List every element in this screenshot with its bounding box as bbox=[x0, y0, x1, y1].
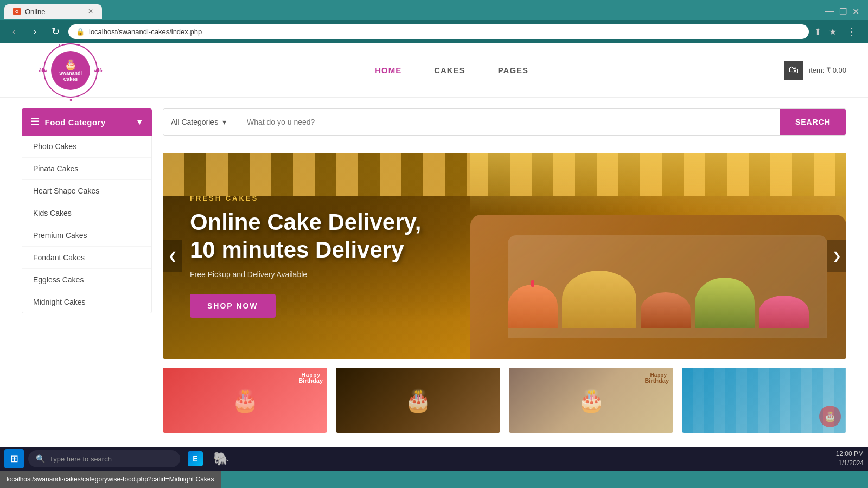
category-item-midnight-cakes[interactable]: Midnight Cakes bbox=[22, 291, 151, 313]
category-item-eggless-cakes[interactable]: Eggless Cakes bbox=[22, 269, 151, 291]
nav-cakes[interactable]: CAKES bbox=[434, 66, 465, 75]
logo-decoration-bottom: ⬥ bbox=[69, 95, 73, 103]
refresh-button[interactable]: ↻ bbox=[48, 24, 63, 39]
nav-home[interactable]: HOME bbox=[375, 66, 401, 75]
hamburger-icon: ☰ bbox=[30, 116, 40, 128]
minimize-button[interactable]: — bbox=[825, 7, 834, 16]
logo-inner: 🎂 Swanandi Cakes bbox=[51, 51, 90, 90]
cart-info: item: ₹ 0.00 bbox=[809, 66, 846, 74]
sidebar: ☰ Food Category ▼ Photo Cakes Pinata Cak… bbox=[22, 108, 152, 477]
taskbar: ⊞ 🔍 Type here to search E 🐘 12:00 PM 1/1… bbox=[0, 447, 868, 471]
logo-text: Swanandi Cakes bbox=[59, 70, 82, 82]
category-item-fondant-cakes[interactable]: Fondant Cakes bbox=[22, 247, 151, 269]
time-display: 12:00 PM bbox=[836, 450, 864, 459]
site-header: · · · ❧ ❧ 🎂 Swanandi Cakes ⬥ bbox=[0, 43, 868, 98]
date-display: 1/1/2024 bbox=[836, 459, 864, 468]
taskbar-search-icon: 🔍 bbox=[36, 454, 45, 463]
hero-tag: FRESH CAKES bbox=[190, 194, 421, 202]
cake-icon: 🎂 bbox=[65, 59, 76, 70]
cart-button[interactable]: 🛍 bbox=[784, 61, 803, 80]
category-item-premium-cakes[interactable]: Premium Cakes bbox=[22, 224, 151, 247]
page-content: · · · ❧ ❧ 🎂 Swanandi Cakes ⬥ bbox=[0, 43, 868, 488]
category-item-photo-cakes[interactable]: Photo Cakes bbox=[22, 136, 151, 158]
hero-next-arrow[interactable]: ❯ bbox=[827, 240, 846, 272]
search-input[interactable] bbox=[239, 109, 780, 135]
back-button[interactable]: ‹ bbox=[7, 24, 22, 39]
hero-prev-arrow[interactable]: ❮ bbox=[163, 240, 182, 272]
status-bar: localhost/swanandi-cakes/categorywise-fo… bbox=[0, 471, 868, 488]
share-icon[interactable]: ⬆ bbox=[814, 27, 821, 37]
category-item-kids-cakes[interactable]: Kids Cakes bbox=[22, 202, 151, 224]
tab-title: Online bbox=[25, 8, 46, 16]
maximize-button[interactable]: ❐ bbox=[839, 7, 847, 17]
taskbar-elephant-app[interactable]: 🐘 bbox=[210, 448, 232, 470]
product-cards: Happy Birthday 🎂 🎂 Happy Birthday 🎂 bbox=[163, 368, 846, 433]
browser-menu-button[interactable]: ⋮ bbox=[842, 23, 861, 40]
right-content: All Categories ▾ SEARCH bbox=[163, 108, 846, 477]
taskbar-browser-app[interactable]: E bbox=[184, 448, 206, 470]
product-card-2[interactable]: 🎂 bbox=[336, 368, 500, 433]
search-button[interactable]: SEARCH bbox=[780, 109, 846, 135]
category-header-left: ☰ Food Category bbox=[30, 116, 106, 128]
search-category-chevron: ▾ bbox=[222, 118, 226, 126]
address-actions: ⬆ ★ bbox=[814, 27, 837, 37]
main-nav: HOME CAKES PAGES bbox=[119, 66, 784, 75]
hero-title: Online Cake Delivery, 10 minutes Deliver… bbox=[190, 209, 421, 264]
nav-pages[interactable]: PAGES bbox=[498, 66, 528, 75]
address-bar: ‹ › ↻ 🔒 localhost/swanandi-cakes/index.p… bbox=[0, 20, 868, 43]
browser-tab[interactable]: O Online ✕ bbox=[4, 4, 102, 19]
url-bar[interactable]: 🔒 localhost/swanandi-cakes/index.php bbox=[68, 24, 809, 39]
search-bar: All Categories ▾ SEARCH bbox=[163, 108, 846, 136]
taskbar-search[interactable]: 🔍 Type here to search bbox=[28, 450, 180, 467]
category-header-label: Food Category bbox=[45, 118, 106, 127]
category-header[interactable]: ☰ Food Category ▼ bbox=[22, 108, 152, 136]
search-category-dropdown[interactable]: All Categories ▾ bbox=[163, 109, 239, 135]
cart-area: 🛍 item: ₹ 0.00 bbox=[784, 61, 846, 80]
browser-chrome: O Online ✕ — ❐ ✕ ‹ › ↻ 🔒 localhost/swana… bbox=[0, 0, 868, 43]
logo-area: · · · ❧ ❧ 🎂 Swanandi Cakes ⬥ bbox=[22, 43, 119, 103]
logo-leaf-right: ❧ bbox=[93, 63, 103, 78]
main-layout: ☰ Food Category ▼ Photo Cakes Pinata Cak… bbox=[0, 98, 868, 488]
taskbar-time: 12:00 PM 1/1/2024 bbox=[836, 450, 864, 468]
category-item-heart-shape-cakes[interactable]: Heart Shape Cakes bbox=[22, 180, 151, 202]
tab-favicon: O bbox=[13, 8, 21, 15]
taskbar-search-placeholder: Type here to search bbox=[49, 455, 112, 463]
product-card-1[interactable]: Happy Birthday 🎂 bbox=[163, 368, 327, 433]
category-item-pinata-cakes[interactable]: Pinata Cakes bbox=[22, 158, 151, 180]
bookmark-icon[interactable]: ★ bbox=[829, 27, 837, 37]
forward-button[interactable]: › bbox=[27, 24, 42, 39]
category-list: Photo Cakes Pinata Cakes Heart Shape Cak… bbox=[22, 136, 152, 313]
tab-close-button[interactable]: ✕ bbox=[88, 8, 93, 15]
logo-leaf-left: ❧ bbox=[38, 63, 48, 78]
shop-now-button[interactable]: SHOP NOW bbox=[190, 294, 276, 318]
browser-taskbar-icon: E bbox=[188, 451, 203, 466]
search-category-label: All Categories bbox=[171, 118, 218, 126]
url-text: localhost/swanandi-cakes/index.php bbox=[89, 28, 202, 36]
hero-content: FRESH CAKES Online Cake Delivery, 10 min… bbox=[163, 172, 448, 339]
chevron-down-icon: ▼ bbox=[136, 118, 143, 126]
close-button[interactable]: ✕ bbox=[852, 7, 859, 17]
lock-icon: 🔒 bbox=[76, 28, 85, 36]
product-card-3[interactable]: Happy Birthday 🎂 bbox=[509, 368, 673, 433]
status-url: localhost/swanandi-cakes/categorywise-fo… bbox=[0, 471, 221, 488]
start-button[interactable]: ⊞ bbox=[4, 449, 24, 468]
tab-bar: O Online ✕ — ❐ ✕ bbox=[0, 0, 868, 20]
hero-image bbox=[470, 153, 846, 359]
logo-circle[interactable]: ❧ ❧ 🎂 Swanandi Cakes bbox=[43, 43, 98, 98]
hero-subtitle: Free Pickup and Delivery Available bbox=[190, 270, 421, 279]
hero-banner: ❮ FRESH CAKES Online Cake Delivery, 10 m… bbox=[163, 153, 846, 359]
window-controls: — ❐ ✕ bbox=[825, 7, 864, 17]
elephant-icon: 🐘 bbox=[213, 451, 229, 466]
product-card-4[interactable]: 🎂 bbox=[682, 368, 846, 433]
